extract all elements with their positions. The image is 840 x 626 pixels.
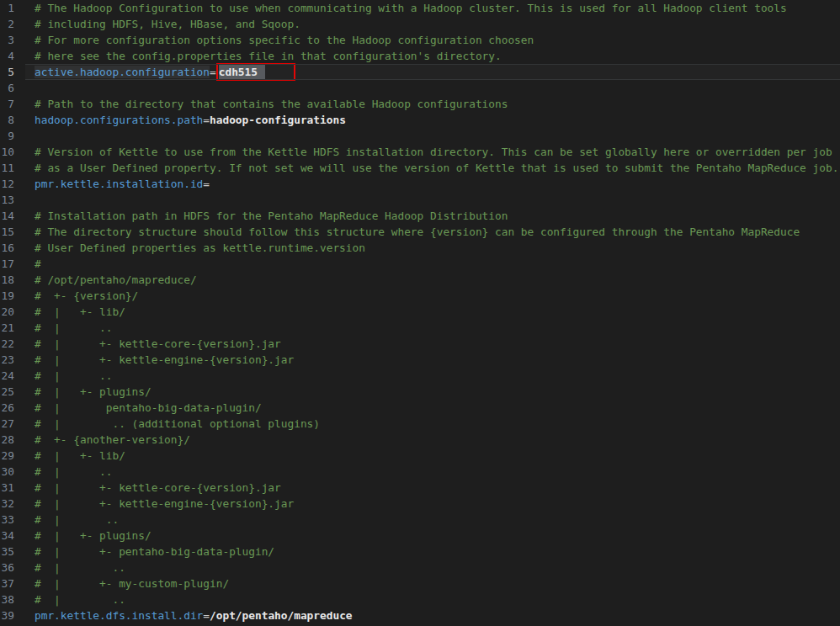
line-number: 20 bbox=[0, 304, 14, 320]
code-line[interactable]: 28# +- {another-version}/ bbox=[0, 432, 840, 448]
code-line[interactable]: 19# +- {version}/ bbox=[0, 288, 840, 304]
line-content: # including HDFS, Hive, HBase, and Sqoop… bbox=[14, 16, 300, 32]
code-line[interactable]: 10# Version of Kettle to use from the Ke… bbox=[0, 144, 840, 160]
line-content: # | .. bbox=[14, 560, 125, 576]
equals-sign: = bbox=[203, 114, 210, 126]
line-content: # | +- kettle-engine-{version}.jar bbox=[14, 352, 294, 368]
code-line[interactable]: 38# | .. bbox=[0, 592, 840, 607]
line-number: 37 bbox=[0, 576, 14, 592]
line-number: 30 bbox=[0, 464, 14, 480]
comment-text: # | +- lib/ bbox=[35, 449, 125, 462]
code-line[interactable]: 30# | .. bbox=[0, 464, 840, 480]
code-line[interactable]: 16# User Defined properties as kettle.ru… bbox=[0, 240, 840, 256]
code-line[interactable]: 20# | +- lib/ bbox=[0, 304, 840, 320]
code-line[interactable]: 23# | +- kettle-engine-{version}.jar bbox=[0, 352, 840, 368]
code-line[interactable]: 34# | +- plugins/ bbox=[0, 528, 840, 544]
property-key: pmr.kettle.installation.id bbox=[35, 178, 203, 190]
code-line[interactable]: 21# | .. bbox=[0, 320, 840, 336]
line-number: 7 bbox=[0, 96, 14, 112]
comment-text: # | .. bbox=[35, 369, 112, 382]
code-line[interactable]: 36# | .. bbox=[0, 560, 840, 576]
comment-text: # +- {another-version}/ bbox=[35, 433, 190, 446]
line-number: 34 bbox=[0, 528, 14, 544]
comment-text: # | +- my-custom-plugin/ bbox=[35, 577, 229, 590]
code-line[interactable]: 22# | +- kettle-core-{version}.jar bbox=[0, 336, 840, 352]
code-line[interactable]: 11# as a User Defined property. If not s… bbox=[0, 160, 840, 176]
line-number: 23 bbox=[0, 352, 14, 368]
line-number: 27 bbox=[0, 416, 14, 432]
comment-text: # | pentaho-big-data-plugin/ bbox=[35, 401, 262, 414]
line-content: # User Defined properties as kettle.runt… bbox=[14, 240, 365, 256]
comment-text: # | +- pentaho-big-data-plugin/ bbox=[35, 545, 274, 558]
code-line[interactable]: 4# here see the config.properties file i… bbox=[0, 48, 840, 64]
line-content: # | +- kettle-core-{version}.jar bbox=[14, 336, 281, 352]
comment-text: # | .. bbox=[35, 593, 125, 606]
comment-text: # | +- plugins/ bbox=[35, 529, 152, 542]
code-line[interactable]: 5active.hadoop.configuration=cdh515 bbox=[0, 64, 840, 80]
line-content: # | +- pentaho-big-data-plugin/ bbox=[14, 544, 274, 560]
line-content: # | .. bbox=[14, 592, 125, 607]
code-line[interactable]: 37# | +- my-custom-plugin/ bbox=[0, 576, 840, 592]
comment-text: # The Hadoop Configuration to use when c… bbox=[35, 2, 787, 14]
line-content: # +- {version}/ bbox=[14, 288, 138, 304]
line-content: # The Hadoop Configuration to use when c… bbox=[14, 0, 787, 16]
line-content: # | .. bbox=[14, 368, 112, 384]
code-line[interactable]: 7# Path to the directory that contains t… bbox=[0, 96, 840, 112]
line-number: 2 bbox=[0, 16, 14, 32]
code-line[interactable]: 31# | +- kettle-core-{version}.jar bbox=[0, 480, 840, 496]
line-number: 12 bbox=[0, 176, 14, 192]
code-line[interactable]: 18# /opt/pentaho/mapreduce/ bbox=[0, 272, 840, 288]
comment-text: # | .. bbox=[35, 513, 119, 526]
code-line[interactable]: 3# For more configuration options specif… bbox=[0, 32, 840, 48]
comment-text: # | +- kettle-engine-{version}.jar bbox=[35, 497, 294, 510]
code-line[interactable]: 15# The directory structure should follo… bbox=[0, 224, 840, 240]
equals-sign: = bbox=[210, 66, 216, 78]
property-value: /opt/pentaho/mapreduce bbox=[210, 609, 353, 622]
code-line[interactable]: 8hadoop.configurations.path=hadoop-confi… bbox=[0, 112, 840, 128]
comment-text: # bbox=[35, 257, 41, 270]
line-content: # as a User Defined property. If not set… bbox=[14, 160, 838, 176]
code-line[interactable]: 14# Installation path in HDFS for the Pe… bbox=[0, 208, 840, 224]
line-number: 14 bbox=[0, 208, 14, 224]
line-number: 15 bbox=[0, 224, 14, 240]
code-line[interactable]: 2# including HDFS, Hive, HBase, and Sqoo… bbox=[0, 16, 840, 32]
line-number: 25 bbox=[0, 384, 14, 400]
code-line[interactable]: 6 bbox=[0, 80, 840, 96]
equals-sign: = bbox=[203, 178, 210, 190]
property-key: hadoop.configurations.path bbox=[35, 114, 203, 126]
comment-text: # | +- plugins/ bbox=[35, 385, 152, 398]
line-content: # For more configuration options specifi… bbox=[14, 32, 534, 48]
comment-text: # +- {version}/ bbox=[35, 289, 138, 302]
line-number: 10 bbox=[0, 144, 14, 160]
code-editor[interactable]: 1# The Hadoop Configuration to use when … bbox=[0, 0, 840, 626]
line-content: # | .. bbox=[14, 320, 112, 336]
code-line[interactable]: 24# | .. bbox=[0, 368, 840, 384]
line-content: hadoop.configurations.path=hadoop-config… bbox=[14, 112, 346, 128]
line-number: 36 bbox=[0, 560, 14, 576]
code-line[interactable]: 26# | pentaho-big-data-plugin/ bbox=[0, 400, 840, 416]
code-line[interactable]: 35# | +- pentaho-big-data-plugin/ bbox=[0, 544, 840, 560]
annotation-red-box: cdh515 bbox=[216, 63, 295, 81]
code-line[interactable]: 27# | .. (additional optional plugins) bbox=[0, 416, 840, 432]
comment-text: # including HDFS, Hive, HBase, and Sqoop… bbox=[35, 18, 300, 30]
code-line[interactable]: 25# | +- plugins/ bbox=[0, 384, 840, 400]
line-number: 16 bbox=[0, 240, 14, 256]
line-number: 1 bbox=[0, 0, 14, 16]
line-content: # | .. (additional optional plugins) bbox=[14, 416, 320, 432]
line-number: 6 bbox=[0, 80, 14, 96]
code-line[interactable]: 29# | +- lib/ bbox=[0, 448, 840, 464]
code-line[interactable]: 33# | .. bbox=[0, 512, 840, 528]
line-number: 35 bbox=[0, 544, 14, 560]
code-line[interactable]: 32# | +- kettle-engine-{version}.jar bbox=[0, 496, 840, 512]
code-line[interactable]: 12pmr.kettle.installation.id= bbox=[0, 176, 840, 192]
comment-text: # | .. (additional optional plugins) bbox=[35, 417, 320, 430]
line-number: 17 bbox=[0, 256, 14, 272]
code-line[interactable]: 17# bbox=[0, 256, 840, 272]
code-line[interactable]: 9 bbox=[0, 128, 840, 144]
code-line[interactable]: 1# The Hadoop Configuration to use when … bbox=[0, 0, 840, 16]
comment-text: # as a User Defined property. If not set… bbox=[35, 162, 838, 174]
code-line[interactable]: 39pmr.kettle.dfs.install.dir=/opt/pentah… bbox=[0, 607, 840, 623]
comment-text: # here see the config.properties file in… bbox=[35, 50, 502, 62]
line-content: # +- {another-version}/ bbox=[14, 432, 190, 448]
code-line[interactable]: 13 bbox=[0, 192, 840, 208]
